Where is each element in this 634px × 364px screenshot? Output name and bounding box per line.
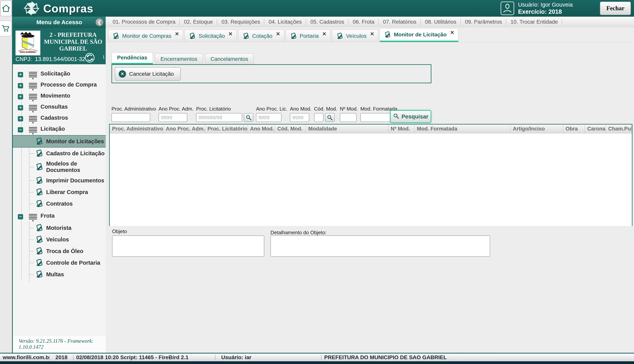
tab-close-icon[interactable]: ✕ [370, 31, 374, 37]
objeto-textarea[interactable] [112, 236, 264, 257]
tree-item-movimento[interactable]: +Movimento [13, 90, 106, 102]
menu-item-09-parametros[interactable]: 09. Parâmetros [461, 17, 506, 27]
column-header-n-mod[interactable]: Nº Mod. [388, 124, 414, 133]
menu-item-08-utilitarios[interactable]: 08. Utilitários [421, 17, 461, 27]
home-button[interactable] [1, 0, 12, 16]
tree-item-controle-de-portaria[interactable]: Controle de Portaria [30, 257, 106, 268]
sidebar-collapse-button[interactable]: ❮ [96, 18, 103, 26]
tree-item-label: Cadastros [41, 114, 68, 123]
tree-item-frota[interactable]: −Frota [13, 211, 106, 222]
column-header-mod-formatada[interactable]: Mod. Formatada [414, 124, 511, 133]
filter-input-proc-licitatorio[interactable] [196, 113, 242, 122]
column-header-modalidade[interactable]: Modalidade [306, 124, 388, 133]
tree-item-imprimir-documentos[interactable]: Imprimir Documentos [30, 175, 106, 186]
cart-tab[interactable] [0, 20, 12, 36]
column-header-proc-administrativo[interactable]: Proc. Administrativo [110, 124, 163, 133]
filter-input-ano-proc-adm[interactable] [159, 113, 187, 122]
menu-item-06-frota[interactable]: 06. Frota [348, 17, 379, 27]
column-header-artigo-inciso[interactable]: Artigo/Inciso [511, 124, 563, 133]
tree-node-frota: −Frota Motorista Veículos Troca de Óleo … [13, 211, 106, 281]
filter-input-cod-mod[interactable] [314, 113, 323, 122]
tree-item-troca-de-oleo[interactable]: Troca de Óleo [30, 245, 106, 257]
tab-close-icon[interactable]: ✕ [450, 30, 455, 36]
tree-item-modelos-de-documentos[interactable]: Modelos de Documentos [30, 159, 106, 175]
tree-item-label: Processo de Compra [41, 82, 97, 90]
column-header-proc-licitatorio[interactable]: Proc. Licitatório [205, 124, 248, 133]
doc-pencil-icon [35, 270, 44, 279]
tab-portaria[interactable]: Portaria✕ [286, 30, 331, 42]
expand-box-icon[interactable]: + [18, 116, 23, 122]
tree-item-veiculos[interactable]: Veículos [30, 234, 106, 245]
column-header-carona[interactable]: Carona [585, 124, 606, 133]
refresh-entity-button[interactable] [85, 53, 95, 63]
tab-close-icon[interactable]: ✕ [276, 31, 280, 37]
app-logo: Compras [23, 0, 93, 17]
detalhamento-textarea[interactable] [271, 236, 490, 257]
menu-item-01-processos-de-compra[interactable]: 01. Processos de Compra [108, 17, 180, 27]
tree-item-licitacao[interactable]: −Licitação [13, 124, 106, 135]
tab-close-icon[interactable]: ✕ [228, 31, 233, 37]
doc-pencil-icon [35, 224, 44, 232]
tree-item-motorista[interactable]: Motorista [30, 222, 106, 234]
tab-solicitacao[interactable]: Solicitação✕ [184, 30, 237, 42]
tab-close-icon[interactable]: ✕ [175, 31, 179, 37]
filter-input-n-mod[interactable] [340, 113, 357, 122]
bottom-strip [0, 361, 634, 364]
column-header-obra[interactable]: Obra [563, 124, 585, 133]
column-header-ano-mod[interactable]: Ano Mod. [248, 124, 275, 133]
exercise-year: Exercício: 2018 [518, 8, 573, 16]
tab-label: Veículos [346, 33, 367, 39]
tree-item-liberar-compra[interactable]: Liberar Compra [30, 186, 106, 198]
status-bar: www.fiorilli.com.br201802/08/2018 10:20 … [0, 353, 634, 361]
tab-close-icon[interactable]: ✕ [322, 31, 326, 37]
menu-item-04-licitacoes[interactable]: 04. Licitações [264, 17, 306, 27]
tree-item-consultas[interactable]: +Consultas [13, 102, 106, 113]
detalhamento-label: Detalhamento do Objeto: [271, 230, 326, 236]
filter-field-ano-proc-adm: Ano Proc. Adm. [159, 106, 194, 122]
subtab-cancelamentos[interactable]: Cancelamentos [205, 54, 254, 64]
menu-item-02-estoque[interactable]: 02. Estoque [180, 17, 217, 27]
lookup-button-proc-licitatorio[interactable] [244, 113, 253, 122]
filter-input-ano-proc-lic[interactable] [256, 113, 282, 122]
subtab-pendencias[interactable]: Pendências [111, 52, 153, 64]
collapse-box-icon[interactable]: − [18, 127, 23, 132]
lookup-button-cod-mod[interactable] [325, 113, 335, 122]
column-header-cham-pub[interactable]: Cham.Pub. [606, 124, 632, 133]
cancelar-licitacao-button[interactable]: ✕ Cancelar Licitação [115, 67, 181, 81]
tree-item-monitor-de-licitacoes[interactable]: Monitor de Licitações [13, 135, 106, 148]
tree-item-contratos[interactable]: Contratos [30, 198, 106, 210]
menu-item-10-trocar-entidade[interactable]: 10. Trocar Entidade [506, 17, 562, 27]
menu-item-05-cadastros[interactable]: 05. Cadastros [306, 17, 348, 27]
version-text: Versão: 9.21.25.1176 - Framework: 1.10.0… [13, 336, 106, 353]
tab-veiculos[interactable]: Veículos✕ [332, 30, 378, 42]
doc-pencil-icon [336, 32, 344, 40]
tree-item-processo-de-compra[interactable]: +Processo de Compra [13, 80, 106, 90]
tab-monitor-de-licitacao[interactable]: Monitor de Licitação✕ [380, 28, 458, 42]
tab-monitor-de-compras[interactable]: Monitor de Compras✕ [108, 30, 183, 42]
column-header-ano-proc-adm[interactable]: Ano Proc. Adm. [163, 124, 205, 133]
expand-box-icon[interactable]: + [18, 83, 23, 88]
doc-pencil-icon [35, 137, 44, 146]
filter-label: Cód. Mod. [314, 106, 337, 112]
filter-input-proc-administrativo[interactable] [111, 113, 150, 122]
status-segment-2: 02/08/2018 10:20 Script: 11465 - FireBir… [74, 354, 215, 360]
tab-cotacao[interactable]: Cotação✕ [238, 30, 284, 42]
pesquisar-button[interactable]: Pesquisar [390, 110, 431, 123]
fechar-button[interactable]: Fechar [600, 2, 631, 15]
menu-item-03-requisicoes[interactable]: 03. Requisições [217, 17, 264, 27]
tree-item-multas[interactable]: Multas [30, 268, 106, 280]
expand-box-icon[interactable]: + [18, 94, 23, 99]
collapse-box-icon[interactable]: − [18, 214, 23, 219]
tree-item-cadastros[interactable]: +Cadastros [13, 113, 106, 124]
column-header-cod-mod[interactable]: Cód. Mod. [275, 124, 306, 133]
menu-item-07-relatorios[interactable]: 07. Relatórios [379, 17, 421, 27]
filter-input-ano-mod[interactable] [290, 113, 309, 122]
expand-box-icon[interactable]: + [18, 105, 23, 110]
tree-item-solicitacao[interactable]: +Solicitação [13, 68, 106, 80]
expand-box-icon[interactable]: + [18, 72, 23, 77]
tab-label: Solicitação [198, 33, 225, 39]
tree-item-cadastro-de-licitacao[interactable]: Cadastro de Licitação [30, 148, 106, 159]
subtab-encerramentos[interactable]: Encerramentos [155, 54, 203, 64]
filter-field-ano-mod: Ano Mod. [290, 106, 311, 122]
table-body[interactable] [110, 134, 632, 226]
